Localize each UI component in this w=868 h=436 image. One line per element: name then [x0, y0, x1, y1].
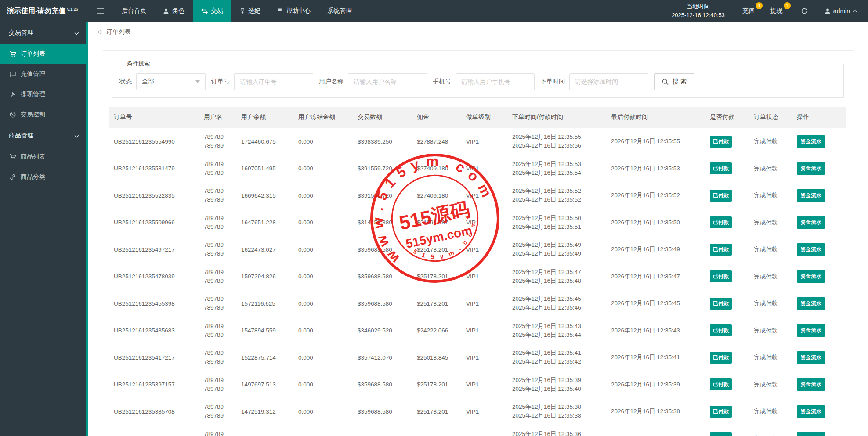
- frozen-cell: 0.000: [294, 290, 353, 317]
- nav-item-system-label: 系统管理: [327, 7, 352, 15]
- link-icon: [9, 174, 16, 180]
- refresh-button[interactable]: [792, 0, 816, 22]
- search-button[interactable]: 搜 索: [654, 73, 694, 90]
- fund-flow-button[interactable]: 资金流水: [797, 216, 825, 229]
- paid-status-cell: 已付款: [705, 317, 749, 344]
- sidebar-scrollbar[interactable]: [86, 22, 88, 436]
- level-cell: VIP1: [462, 344, 508, 371]
- sidebar-item-order-list[interactable]: 订单列表: [0, 44, 88, 64]
- order-row: UB2512161235365948 789789 789789 1447341…: [109, 425, 846, 436]
- column-header: 订单号: [109, 107, 199, 128]
- order-pay-time-cell: 2025年12月16日 12:35:55 2025年12月16日 12:35:5…: [508, 128, 607, 155]
- sidebar-item-product-list[interactable]: 商品列表: [0, 147, 88, 167]
- sidebar-item-withdraw-management[interactable]: 提现管理: [0, 84, 88, 104]
- fund-flow-button[interactable]: 资金流水: [797, 324, 825, 337]
- action-cell: 资金流水: [792, 317, 846, 344]
- paid-badge: 已付款: [710, 244, 732, 256]
- username-cell: 789789 789789: [199, 182, 237, 209]
- order-no-cell: UB2512161235397157: [109, 371, 199, 398]
- amount-cell: $359688.580: [353, 263, 412, 290]
- order-status-cell: 完成付款: [749, 182, 792, 209]
- sidebar: 交易管理 订单列表 充值管理 提现管理 交易控制 商品管理: [0, 22, 88, 436]
- column-header: 是否付款: [705, 107, 749, 128]
- last-pay-time-cell: 2026年12月16日 12:35:53: [607, 155, 705, 182]
- fund-flow-button[interactable]: 资金流水: [797, 270, 825, 283]
- withdraw-badge: 1: [784, 2, 791, 9]
- sidebar-group-product-management[interactable]: 商品管理: [0, 125, 88, 147]
- last-pay-time-cell: 2026年12月16日 12:35:52: [607, 182, 705, 209]
- order-status-cell: 完成付款: [749, 425, 792, 436]
- amount-cell: $359688.580: [353, 425, 412, 436]
- nav-item-role-label: 角色: [172, 7, 184, 15]
- sidebar-item-recharge-label: 充值管理: [21, 70, 45, 78]
- frozen-cell: 0.000: [294, 371, 353, 398]
- double-chevron-icon: [97, 30, 103, 34]
- top-navbar: 演示使用-请勿充值V.1.26 后台首页 角色 交易 选妃 帮助中心 系统管理: [0, 0, 868, 22]
- fund-flow-button[interactable]: 资金流水: [797, 432, 825, 436]
- fund-flow-button[interactable]: 资金流水: [797, 135, 825, 148]
- last-pay-time-cell: 2026年12月16日 12:35:49: [607, 236, 705, 263]
- column-header: 用户冻结金额: [294, 107, 353, 128]
- action-cell: 资金流水: [792, 209, 846, 236]
- fund-flow-button[interactable]: 资金流水: [797, 297, 825, 310]
- paid-status-cell: 已付款: [705, 371, 749, 398]
- paid-badge: 已付款: [710, 406, 732, 418]
- fund-flow-button[interactable]: 资金流水: [797, 405, 825, 418]
- sidebar-group-trade-management[interactable]: 交易管理: [0, 22, 88, 44]
- nav-item-role[interactable]: 角色: [155, 0, 193, 22]
- paid-status-cell: 已付款: [705, 155, 749, 182]
- fund-flow-button[interactable]: 资金流水: [797, 162, 825, 175]
- last-pay-time-cell: 2026年12月16日 12:35:39: [607, 371, 705, 398]
- nav-item-home[interactable]: 后台首页: [113, 0, 155, 22]
- sidebar-item-trade-control[interactable]: 交易控制: [0, 104, 88, 125]
- nav-item-trade[interactable]: 交易: [193, 0, 231, 22]
- female-icon: [240, 8, 245, 14]
- balance-cell: 1547894.559: [237, 317, 294, 344]
- order-status-cell: 完成付款: [749, 290, 792, 317]
- balance-cell: 1724460.675: [237, 128, 294, 155]
- orders-table-body: UB2512161235554990 789789 789789 1724460…: [109, 128, 846, 436]
- order-pay-time-cell: 2025年12月16日 12:35:53 2025年12月16日 12:35:5…: [508, 155, 607, 182]
- order-no-input[interactable]: [234, 73, 313, 90]
- paid-badge: 已付款: [710, 162, 732, 174]
- local-time-value: 2025-12-16 12:40:53: [672, 11, 725, 20]
- withdraw-button[interactable]: 提现 1: [764, 0, 792, 22]
- nav-item-help[interactable]: 帮助中心: [269, 0, 319, 22]
- commission-cell: $21991.087: [412, 209, 462, 236]
- order-pay-time-cell: 2025年12月16日 12:35:43 2025年12月16日 12:35:4…: [508, 317, 607, 344]
- nav-item-xuanfei[interactable]: 选妃: [231, 0, 269, 22]
- sidebar-item-recharge-management[interactable]: 充值管理: [0, 64, 88, 84]
- nav-item-system[interactable]: 系统管理: [319, 0, 360, 22]
- admin-menu[interactable]: admin: [816, 0, 868, 22]
- order-time-input[interactable]: [569, 73, 648, 90]
- column-header: 做单级别: [462, 107, 508, 128]
- balance-cell: 1622473.027: [237, 236, 294, 263]
- order-no-cell: UB2512161235455398: [109, 290, 199, 317]
- amount-cell: $359688.580: [353, 290, 412, 317]
- phone-input[interactable]: [456, 73, 535, 90]
- commission-cell: $27409.180: [412, 182, 462, 209]
- recharge-button[interactable]: 充值 0: [736, 0, 764, 22]
- fund-flow-button[interactable]: 资金流水: [797, 243, 825, 256]
- order-no-cell: UB2512161235522835: [109, 182, 199, 209]
- phone-label: 手机号: [433, 78, 451, 86]
- status-filter: 状态 全部: [119, 73, 206, 90]
- username-input[interactable]: [348, 73, 427, 90]
- status-select[interactable]: 全部: [136, 73, 206, 90]
- order-no-cell: UB2512161235478039: [109, 263, 199, 290]
- order-pay-time-cell: 2025年12月16日 12:35:52 2025年12月16日 12:35:5…: [508, 182, 607, 209]
- fund-flow-button[interactable]: 资金流水: [797, 351, 825, 364]
- sidebar-item-product-category-label: 商品分类: [21, 173, 45, 181]
- sidebar-item-product-category[interactable]: 商品分类: [0, 167, 88, 187]
- column-header: 下单时间/付款时间: [508, 107, 607, 128]
- action-cell: 资金流水: [792, 344, 846, 371]
- hammer-icon: [9, 91, 16, 97]
- paid-badge: 已付款: [710, 298, 732, 310]
- fund-flow-button[interactable]: 资金流水: [797, 378, 825, 391]
- hamburger-button[interactable]: [88, 0, 113, 22]
- amount-cell: $359688.580: [353, 398, 412, 425]
- breadcrumb: 订单列表: [88, 22, 868, 42]
- order-row: UB2512161235385708 789789 789789 1472519…: [109, 398, 846, 425]
- fund-flow-button[interactable]: 资金流水: [797, 189, 825, 202]
- withdraw-label: 提现: [770, 7, 783, 15]
